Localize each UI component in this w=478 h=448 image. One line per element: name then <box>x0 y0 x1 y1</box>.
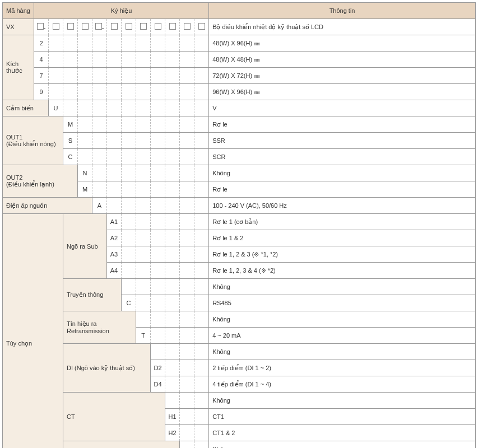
row-power: Điện áp nguồn A 100 - 240 V (AC), 50/60 … <box>3 198 476 214</box>
row-comm-none: Truyền thông Không <box>3 279 476 295</box>
ext-label: Ngõ vào mở rộng <box>63 441 180 449</box>
sensor-label: Cảm biến <box>3 100 49 116</box>
row-ct-none: CT Không <box>3 393 476 409</box>
box-icon <box>67 23 74 30</box>
box-icon <box>198 23 205 30</box>
power-label: Điện áp nguồn <box>3 198 92 214</box>
row-out1-s: S SSR <box>3 133 476 149</box>
box-icon <box>53 23 59 30</box>
box-icon <box>111 23 118 30</box>
col-item: Mã hàng <box>3 3 34 19</box>
di-label: DI (Ngõ vào kỹ thuật số) <box>63 344 151 393</box>
out1-label: OUT1 (Điều khiển nóng) <box>3 116 63 165</box>
box-icon <box>37 23 44 30</box>
box-icon <box>140 23 147 30</box>
col-info: Thông tin <box>209 3 476 19</box>
comm-label: Truyền thông <box>63 279 122 311</box>
row-di-none: DI (Ngõ vào kỹ thuật số) Không <box>3 344 476 360</box>
row-ext-none: Ngõ vào mở rộng Không <box>3 441 476 449</box>
row-out1-c: C SCR <box>3 149 476 165</box>
vx-label: VX <box>3 19 34 35</box>
sub-label: Ngõ ra Sub <box>63 214 107 279</box>
box-icon <box>169 23 176 30</box>
row-size-9: 9 96(W) X 96(H) ㎜ <box>3 84 476 100</box>
box-icon <box>184 23 191 30</box>
row-sub-a1: Tùy chọn Ngõ ra Sub A1 Rơ le 1 (cơ bản) <box>3 214 476 230</box>
row-sensor: Cảm biến U V <box>3 100 476 116</box>
row-size-2: Kích thước 2 48(W) X 96(H) ㎜ <box>3 35 476 52</box>
row-vx: VX - - Bộ điều khiển nhiệt độ kỹ thuật s… <box>3 19 476 35</box>
vx-info: Bộ điều khiển nhiệt độ kỹ thuật số LCD <box>209 19 476 35</box>
row-size-7: 7 72(W) X 72(H) ㎜ <box>3 68 476 84</box>
col-symbol: Ký hiệu <box>34 3 209 19</box>
row-out1-m: OUT1 (Điều khiển nóng) M Rơ le <box>3 116 476 133</box>
box-icon <box>126 23 132 30</box>
size-label: Kích thước <box>3 35 34 100</box>
ct-label: CT <box>63 393 165 441</box>
box-icon <box>95 23 102 30</box>
row-size-4: 4 48(W) X 48(H) ㎜ <box>3 52 476 68</box>
option-label: Tùy chọn <box>3 214 63 449</box>
row-out2-n: OUT2 (Điều khiển lạnh) N Không <box>3 165 476 181</box>
spec-table: Mã hàng Ký hiệu Thông tin VX - - Bộ điều… <box>2 2 476 448</box>
row-retrans-none: Tín hiệu ra Retransmission Không <box>3 311 476 328</box>
retrans-label: Tín hiệu ra Retransmission <box>63 311 136 344</box>
box-icon <box>82 23 89 30</box>
box-icon <box>155 23 161 30</box>
out2-label: OUT2 (Điều khiển lạnh) <box>3 165 78 198</box>
